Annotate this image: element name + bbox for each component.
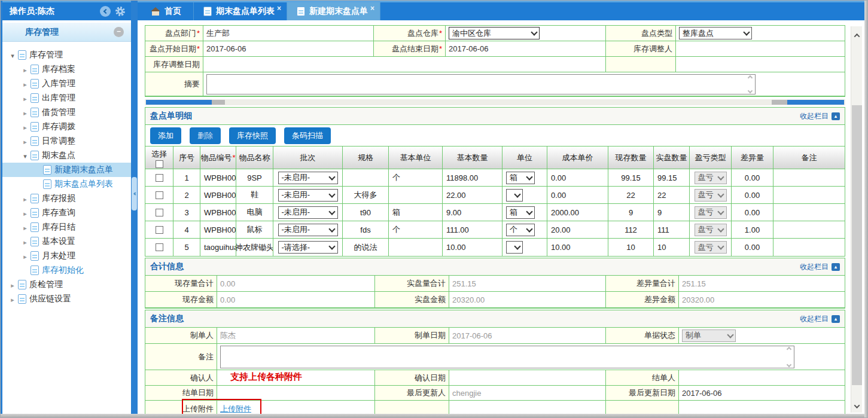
sidebar-item[interactable]: 库存管理 bbox=[2, 48, 131, 62]
end-date-value[interactable]: 2017-06-06 bbox=[446, 41, 606, 57]
sidebar-item-label: 库存查询 bbox=[42, 208, 75, 218]
tree-expand-icon[interactable] bbox=[21, 136, 29, 146]
window-right-edge bbox=[864, 1, 867, 417]
row-checkbox[interactable] bbox=[156, 243, 163, 251]
tab-document[interactable]: 期末盘点单列表 bbox=[194, 2, 287, 20]
hscroll-thumb-right[interactable] bbox=[772, 100, 787, 105]
back-circle-icon[interactable] bbox=[100, 6, 111, 17]
pl-type-select[interactable]: 盘亏 bbox=[695, 224, 727, 236]
sidebar-item[interactable]: 库存档案 bbox=[2, 62, 131, 77]
sidebar-item[interactable]: 期末盘点单列表 bbox=[2, 177, 131, 191]
sidebar-item[interactable]: 质检管理 bbox=[2, 277, 131, 292]
tree-expand-icon[interactable] bbox=[21, 251, 29, 261]
pl-type-select[interactable]: 盘亏 bbox=[695, 206, 727, 219]
unit-select[interactable]: 箱 bbox=[506, 172, 535, 184]
document-icon bbox=[31, 266, 39, 275]
chevron-down-icon bbox=[716, 172, 726, 184]
tree-collapse-icon[interactable] bbox=[8, 50, 17, 60]
vscroll-thumb[interactable] bbox=[852, 105, 862, 385]
tree-expand-icon[interactable] bbox=[21, 79, 29, 89]
collapse-section-link[interactable]: 收起栏目▴ bbox=[800, 111, 840, 121]
column-header-label: 单位 bbox=[517, 152, 532, 163]
warehouse-select[interactable]: 渝中区仓库 bbox=[449, 27, 540, 39]
hscroll-thumb-left[interactable] bbox=[212, 100, 225, 105]
tree-expand-icon[interactable] bbox=[8, 280, 17, 289]
unit-select[interactable]: 箱 bbox=[506, 206, 535, 219]
tab-home[interactable]: 首页 bbox=[141, 2, 194, 20]
close-icon[interactable] bbox=[277, 3, 284, 10]
batch-select[interactable]: -未启用- bbox=[278, 189, 338, 202]
toolbar-button[interactable]: 库存快照 bbox=[229, 127, 276, 144]
unit-select[interactable]: 个 bbox=[506, 224, 535, 236]
document-icon bbox=[43, 179, 51, 189]
scroll-up-icon[interactable] bbox=[851, 30, 863, 41]
row-checkbox[interactable] bbox=[156, 209, 163, 216]
collapse-section-link[interactable]: 收起栏目▴ bbox=[800, 262, 840, 272]
cell-cost: 0.00 bbox=[547, 187, 608, 204]
row-checkbox[interactable] bbox=[156, 191, 163, 199]
select-all-checkbox[interactable] bbox=[156, 160, 163, 168]
tab-document[interactable]: 新建期末盘点单 bbox=[287, 2, 380, 20]
sidebar-item[interactable]: 月末处理 bbox=[2, 249, 131, 263]
tree-expand-icon[interactable] bbox=[21, 65, 29, 74]
batch-select[interactable]: -未启用- bbox=[278, 206, 338, 219]
row-checkbox[interactable] bbox=[156, 174, 163, 182]
sidebar-item[interactable]: 期末盘点 bbox=[2, 148, 131, 163]
row-checkbox[interactable] bbox=[156, 226, 163, 234]
sidebar-panel-header[interactable]: 库存管理 – bbox=[2, 23, 131, 42]
batch-select[interactable]: -请选择- bbox=[278, 241, 338, 254]
empty-label-cell bbox=[606, 57, 676, 72]
sidebar-item[interactable]: 基本设置 bbox=[2, 234, 131, 249]
pl-type-select[interactable]: 盘亏 bbox=[695, 241, 727, 254]
totals-value: 20320.00 bbox=[679, 292, 845, 308]
tree-expand-icon[interactable] bbox=[21, 237, 29, 246]
splitter-collapse-icon[interactable] bbox=[132, 177, 137, 210]
tree-expand-icon[interactable] bbox=[21, 108, 29, 117]
cell-item-code: WPBH000 bbox=[200, 187, 236, 204]
collapse-section-link[interactable]: 收起栏目▴ bbox=[800, 314, 840, 324]
type-select[interactable]: 整库盘点 bbox=[679, 27, 752, 39]
tree-expand-icon[interactable] bbox=[21, 122, 29, 132]
unit-select[interactable] bbox=[506, 241, 523, 254]
sidebar-item[interactable]: 入库管理 bbox=[2, 77, 131, 91]
start-date-value[interactable]: 2017-06-06 bbox=[203, 41, 374, 57]
batch-select[interactable]: -未启用- bbox=[278, 172, 338, 184]
close-icon[interactable] bbox=[370, 3, 377, 10]
toolbar-button[interactable]: 条码扫描 bbox=[284, 127, 331, 144]
sidebar-item[interactable]: 出库管理 bbox=[2, 91, 131, 105]
tree-expand-icon[interactable] bbox=[8, 294, 17, 304]
sidebar-item[interactable]: 库存调拨 bbox=[2, 120, 131, 134]
status-select[interactable]: 制单 bbox=[682, 329, 736, 342]
scroll-down-icon[interactable] bbox=[851, 401, 863, 411]
note-textarea[interactable] bbox=[220, 346, 794, 368]
totals-section: 合计信息 收起栏目▴ 现存量合计0.00实盘量合计251.15差异量合计251.… bbox=[145, 258, 845, 309]
horizontal-scrollbar[interactable] bbox=[145, 99, 845, 105]
gear-icon[interactable] bbox=[115, 7, 125, 16]
sidebar-item[interactable]: 供应链设置 bbox=[2, 292, 131, 306]
sidebar-item[interactable]: 库存初始化 bbox=[2, 263, 131, 277]
tree-expand-icon[interactable] bbox=[21, 194, 29, 203]
sidebar-item[interactable]: 借货管理 bbox=[2, 105, 131, 120]
sidebar-item[interactable]: 新建期末盘点单 bbox=[2, 163, 131, 177]
tree-expand-icon[interactable] bbox=[21, 93, 29, 103]
sidebar-item[interactable]: 库存查询 bbox=[2, 206, 131, 220]
sidebar-item[interactable]: 库存报损 bbox=[2, 191, 131, 206]
batch-select[interactable]: -未启用- bbox=[278, 224, 338, 236]
upload-attachment-link[interactable]: 上传附件 bbox=[220, 404, 251, 414]
toolbar-button[interactable]: 删除 bbox=[190, 127, 221, 144]
chevron-down-icon bbox=[524, 224, 534, 236]
sidebar-item[interactable]: 库存日结 bbox=[2, 220, 131, 234]
pl-type-select[interactable]: 盘亏 bbox=[695, 172, 727, 184]
minus-circle-icon[interactable]: – bbox=[114, 27, 124, 37]
tree-expand-icon[interactable] bbox=[21, 208, 29, 218]
unit-select[interactable] bbox=[506, 189, 523, 202]
pl-type-select[interactable]: 盘亏 bbox=[695, 189, 727, 202]
tree-expand-icon[interactable] bbox=[21, 222, 29, 232]
sidebar-splitter[interactable] bbox=[131, 1, 138, 417]
sidebar-item[interactable]: 日常调整 bbox=[2, 134, 131, 148]
toolbar-button[interactable]: 添加 bbox=[150, 127, 181, 144]
vertical-scrollbar[interactable] bbox=[851, 26, 862, 413]
summary-textarea[interactable] bbox=[206, 74, 756, 94]
column-header: 批次 bbox=[273, 147, 343, 169]
tree-collapse-icon[interactable] bbox=[21, 151, 29, 160]
